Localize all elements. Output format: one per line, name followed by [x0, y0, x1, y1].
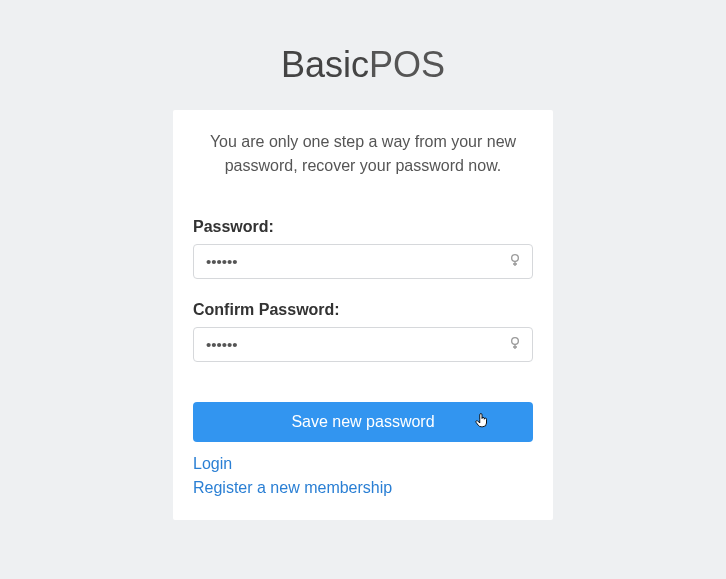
card-description: You are only one step a way from your ne…	[193, 130, 533, 178]
password-label: Password:	[193, 218, 533, 236]
save-password-button-label: Save new password	[291, 413, 434, 430]
save-password-button[interactable]: Save new password	[193, 402, 533, 442]
logo-bold: Basic	[281, 44, 369, 85]
logo-light: POS	[369, 44, 445, 85]
password-input-wrapper	[193, 244, 533, 279]
auth-links: Login Register a new membership	[193, 452, 533, 500]
confirm-password-label: Confirm Password:	[193, 301, 533, 319]
password-input[interactable]	[193, 244, 533, 279]
reset-password-card: You are only one step a way from your ne…	[173, 110, 553, 520]
app-logo: BasicPOS	[281, 44, 445, 86]
confirm-password-input[interactable]	[193, 327, 533, 362]
register-link[interactable]: Register a new membership	[193, 476, 533, 500]
confirm-password-input-wrapper	[193, 327, 533, 362]
cursor-hand-icon	[473, 411, 491, 433]
login-link[interactable]: Login	[193, 452, 533, 476]
